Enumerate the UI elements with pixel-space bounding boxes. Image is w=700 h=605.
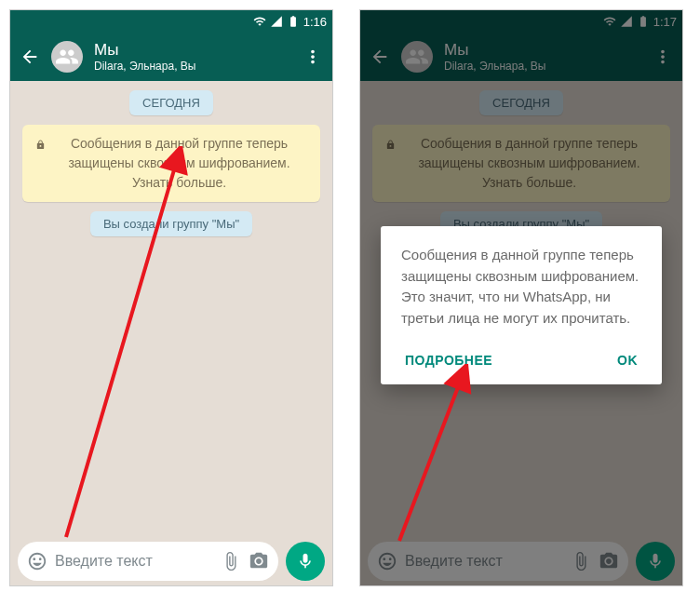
encryption-dialog: Сообщения в данной группе теперь защищен… [381,226,662,384]
camera-icon[interactable] [249,551,269,571]
battery-icon [287,15,300,28]
encryption-notice[interactable]: Сообщения в данной группе теперь защищен… [22,125,320,202]
annotation-arrow [47,146,196,546]
group-avatar[interactable] [51,41,83,73]
system-message: Вы создали группу "Мы" [90,211,252,236]
chat-subtitle: Dilara, Эльнара, Вы [94,60,291,73]
ok-button[interactable]: OK [613,345,641,375]
mic-button[interactable] [286,542,325,581]
more-icon[interactable] [303,47,323,67]
phone-right: 1:17 Мы Dilara, Эльнара, Вы СЕГОДНЯ Сооб… [359,9,683,586]
attach-icon[interactable] [221,551,241,571]
input-bar: Введите текст [10,537,332,585]
dialog-text: Сообщения в данной группе теперь защищен… [401,245,641,329]
statusbar: 1:16 [10,10,332,33]
signal-icon [270,15,283,28]
message-input[interactable]: Введите текст [18,542,278,581]
header-title-block[interactable]: Мы Dilara, Эльнара, Вы [94,41,291,74]
input-placeholder: Введите текст [55,553,213,570]
phone-left: 1:16 Мы Dilara, Эльнара, Вы СЕГОДНЯ Сооб… [9,9,333,586]
back-icon[interactable] [20,47,40,67]
encryption-text: Сообщения в данной группе теперь защищен… [51,134,307,193]
wifi-icon [253,15,266,28]
chat-title: Мы [94,41,291,60]
date-pill: СЕГОДНЯ [129,90,213,115]
dialog-actions: ПОДРОБНЕЕ OK [401,345,641,375]
lock-icon [35,134,46,146]
chat-header: Мы Dilara, Эльнара, Вы [10,33,332,81]
mic-icon [296,552,315,571]
emoji-icon[interactable] [27,551,47,571]
learn-more-button[interactable]: ПОДРОБНЕЕ [401,345,496,375]
status-time: 1:16 [303,15,327,29]
chat-area: СЕГОДНЯ Сообщения в данной группе теперь… [10,81,332,537]
